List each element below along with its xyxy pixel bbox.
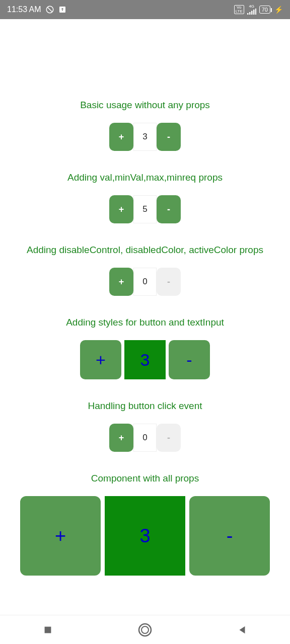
- section-title-allprops: Component with all props: [88, 473, 202, 484]
- stepper-events: + 0 -: [109, 424, 181, 452]
- dnd-icon: [45, 5, 54, 14]
- svg-rect-8: [44, 626, 51, 633]
- status-bar: 11:53 AM VoLTE 4G 70 ⚡: [0, 0, 290, 19]
- network-icon: 4G: [247, 5, 256, 15]
- decrement-button: -: [157, 424, 181, 452]
- status-right: VoLTE 4G 70 ⚡: [234, 5, 283, 15]
- svg-rect-7: [255, 9, 256, 15]
- svg-point-10: [141, 626, 149, 633]
- decrement-button[interactable]: -: [157, 123, 181, 151]
- value-input[interactable]: 3: [124, 340, 166, 379]
- stepper-styles: + 3 -: [80, 340, 210, 379]
- increment-button[interactable]: +: [109, 123, 133, 151]
- decrement-button[interactable]: -: [189, 496, 270, 576]
- content-area: Basic usage without any props + 3 - Addi…: [0, 19, 290, 587]
- svg-rect-5: [251, 11, 253, 15]
- value-input[interactable]: 3: [105, 496, 185, 576]
- recent-apps-button[interactable]: [42, 624, 53, 635]
- increment-button[interactable]: +: [109, 195, 133, 223]
- stepper-basic: + 3 -: [109, 123, 181, 151]
- decrement-button[interactable]: -: [157, 195, 181, 223]
- svg-line-1: [47, 8, 52, 12]
- battery-icon: 70: [259, 6, 270, 14]
- section-title-basic: Basic usage without any props: [77, 100, 213, 111]
- upload-icon: [58, 6, 66, 14]
- decrement-button[interactable]: -: [169, 340, 210, 379]
- status-time: 11:53 AM: [7, 5, 41, 14]
- android-nav-bar: [0, 615, 290, 644]
- section-title-valminmax: Adding val,minVal,max,minreq props: [64, 172, 226, 183]
- value-input[interactable]: 3: [133, 123, 157, 151]
- increment-button[interactable]: +: [109, 424, 133, 452]
- svg-rect-3: [247, 13, 249, 15]
- decrement-button: -: [157, 268, 181, 296]
- volte-icon: VoLTE: [234, 5, 244, 14]
- stepper-allprops: + 3 -: [20, 496, 270, 576]
- stepper-disable: + 0 -: [109, 268, 181, 296]
- section-title-disable: Adding disableControl, disabledColor, ac…: [24, 245, 266, 256]
- increment-button[interactable]: +: [20, 496, 101, 576]
- status-left: 11:53 AM: [7, 5, 66, 14]
- value-input[interactable]: 0: [133, 424, 157, 452]
- svg-rect-4: [249, 12, 251, 15]
- stepper-valminmax: + 5 -: [109, 195, 181, 223]
- increment-button[interactable]: +: [109, 268, 133, 296]
- section-title-events: Handling button click event: [85, 400, 205, 412]
- value-input[interactable]: 0: [133, 268, 157, 296]
- charging-icon: ⚡: [274, 6, 283, 14]
- increment-button[interactable]: +: [80, 340, 121, 379]
- value-input[interactable]: 5: [133, 195, 157, 223]
- section-title-styles: Adding styles for button and textInput: [63, 317, 227, 328]
- svg-point-9: [139, 624, 151, 636]
- back-button[interactable]: [237, 624, 248, 635]
- home-button[interactable]: [137, 622, 153, 637]
- svg-rect-6: [253, 10, 255, 15]
